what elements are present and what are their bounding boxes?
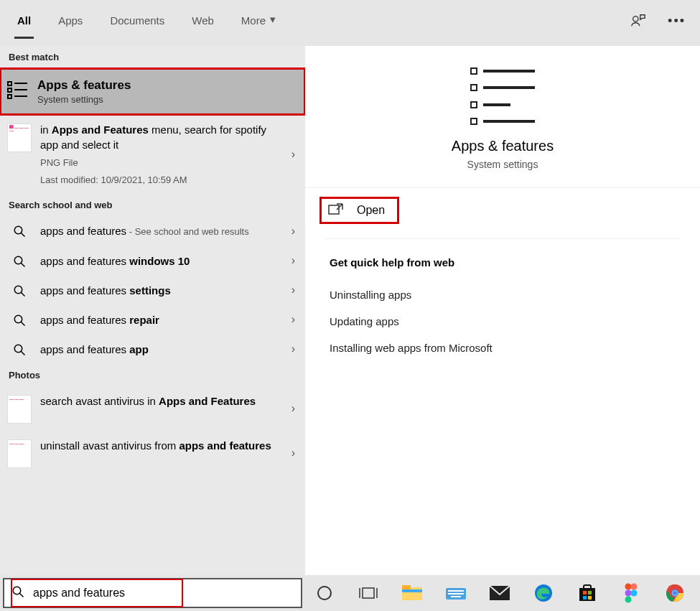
svg-rect-34 [584, 585, 591, 589]
web-result[interactable]: apps and features settings › [0, 276, 305, 305]
thumbnail-icon: ▁▁ ▁▁ ▁▁ [7, 439, 32, 468]
svg-rect-29 [448, 593, 464, 594]
search-icon [7, 312, 32, 327]
file-result[interactable]: ██ ▁▁ ▁▁ ▁▁ ▁▁ in Apps and Features menu… [0, 115, 305, 194]
svg-rect-26 [402, 589, 422, 592]
search-input[interactable] [32, 586, 178, 600]
section-school-web: Search school and web [0, 194, 305, 216]
preview-subtitle: System settings [467, 159, 538, 170]
preview-pane: Apps & features System settings Open Get… [305, 46, 700, 575]
more-options-icon[interactable]: ••• [668, 14, 686, 29]
svg-rect-25 [402, 585, 411, 589]
quick-help-heading: Get quick help from web [330, 256, 676, 269]
svg-rect-28 [448, 590, 464, 592]
search-icon [7, 253, 32, 268]
svg-point-0 [633, 17, 638, 22]
svg-rect-37 [583, 596, 587, 600]
svg-line-10 [21, 263, 24, 266]
tab-web[interactable]: Web [189, 14, 217, 37]
svg-rect-38 [588, 596, 592, 600]
web-result[interactable]: apps and features windows 10 › [0, 246, 305, 276]
file-result-modified: Last modified: 10/9/2021, 10:59 AM [40, 174, 274, 187]
chevron-right-icon: › [291, 284, 295, 297]
search-filter-tabs: All Apps Documents Web More▾ ••• [0, 0, 700, 46]
search-icon [7, 342, 32, 356]
tab-documents[interactable]: Documents [107, 14, 167, 37]
microsoft-store-icon[interactable] [575, 581, 599, 605]
taskbar [0, 575, 700, 611]
preview-title: Apps & features [452, 138, 554, 154]
web-result[interactable]: apps and features - See school and web r… [0, 216, 305, 246]
svg-rect-21 [363, 588, 374, 598]
best-match-subtitle: System settings [37, 94, 131, 105]
chevron-right-icon: › [291, 254, 295, 267]
web-result-text: apps and features - See school and web r… [40, 223, 295, 238]
web-result-text: apps and features settings [40, 283, 295, 298]
svg-point-18 [13, 587, 21, 594]
task-view-icon[interactable] [356, 581, 381, 605]
thumbnail-icon: ██ ▁▁ ▁▁ ▁▁ ▁▁ [7, 123, 32, 152]
chevron-right-icon: › [291, 342, 295, 355]
svg-point-43 [625, 597, 632, 603]
apps-features-large-icon [470, 67, 535, 125]
keyboard-icon[interactable] [444, 581, 468, 605]
svg-rect-36 [588, 591, 592, 594]
quick-help-link[interactable]: Installing web apps from Microsoft [330, 335, 676, 361]
chrome-icon[interactable] [663, 581, 687, 605]
svg-point-15 [14, 345, 22, 353]
search-icon [7, 283, 32, 297]
svg-line-16 [21, 351, 24, 355]
best-match-result[interactable]: Apps & features System settings [0, 68, 305, 115]
feedback-icon[interactable] [630, 13, 646, 29]
photo-result-text: search avast antivirus in Apps and Featu… [40, 393, 295, 409]
svg-point-39 [625, 584, 632, 590]
web-result-text: apps and features repair [40, 312, 295, 327]
tab-more[interactable]: More▾ [238, 14, 279, 37]
web-result[interactable]: apps and features app › [0, 335, 305, 364]
file-explorer-icon[interactable] [400, 581, 424, 605]
photo-result[interactable]: ▁▁ ▁▁ ▁▁ search avast antivirus in Apps … [0, 386, 305, 431]
edge-icon[interactable] [531, 581, 556, 605]
quick-help-link[interactable]: Uninstalling apps [330, 281, 676, 308]
tab-all[interactable]: All [14, 14, 34, 39]
svg-rect-5 [8, 95, 11, 98]
svg-point-9 [14, 256, 22, 264]
tab-apps[interactable]: Apps [55, 14, 85, 37]
section-photos: Photos [0, 364, 305, 386]
photo-result[interactable]: ▁▁ ▁▁ ▁▁ uninstall avast antivirus from … [0, 431, 305, 475]
svg-rect-30 [451, 596, 461, 597]
best-match-title: Apps & features [37, 78, 131, 93]
search-icon [7, 223, 32, 238]
section-best-match: Best match [0, 46, 305, 68]
figma-icon[interactable] [619, 581, 643, 605]
search-box[interactable] [3, 578, 302, 608]
apps-features-icon [7, 80, 29, 103]
file-result-type: PNG File [40, 157, 274, 169]
svg-line-12 [21, 292, 24, 296]
svg-point-40 [631, 584, 638, 590]
svg-point-42 [631, 590, 638, 597]
svg-rect-35 [583, 591, 587, 594]
results-pane: Best match Apps & features System settin… [0, 46, 305, 575]
svg-point-41 [625, 590, 632, 597]
open-button[interactable]: Open [321, 198, 398, 223]
file-result-title: in Apps and Features menu, search for sp… [40, 122, 274, 152]
svg-point-13 [14, 315, 22, 323]
svg-point-47 [673, 591, 677, 595]
svg-point-11 [14, 286, 22, 294]
caret-down-icon: ▾ [270, 13, 276, 26]
svg-rect-3 [8, 88, 11, 92]
mail-icon[interactable] [487, 581, 512, 605]
cortana-icon[interactable] [312, 581, 337, 605]
photo-result-text: uninstall avast antivirus from apps and … [40, 438, 295, 453]
chevron-right-icon: › [291, 313, 295, 326]
web-result[interactable]: apps and features repair › [0, 305, 305, 335]
web-result-text: apps and features app [40, 342, 295, 357]
svg-point-20 [318, 587, 331, 600]
thumbnail-icon: ▁▁ ▁▁ ▁▁ [7, 395, 32, 424]
open-label: Open [357, 204, 385, 217]
quick-help-link[interactable]: Updating apps [330, 308, 676, 335]
chevron-right-icon: › [291, 225, 295, 238]
svg-point-7 [14, 227, 22, 235]
divider [325, 238, 680, 239]
